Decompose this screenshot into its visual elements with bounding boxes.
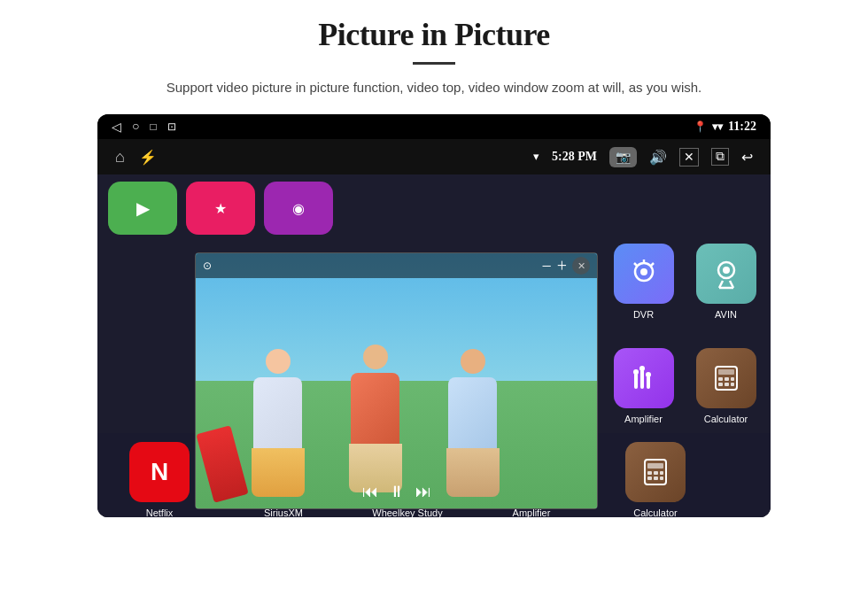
amplifier-icon: [628, 362, 660, 394]
recents-icon[interactable]: □: [150, 120, 156, 134]
avin-icon-bg: [696, 244, 756, 304]
pip-rewind-icon[interactable]: ⏮: [362, 483, 378, 501]
svg-rect-42: [654, 471, 658, 475]
svg-rect-43: [660, 471, 663, 475]
back-icon[interactable]: ◁: [112, 120, 121, 135]
pip-scene: [196, 253, 597, 508]
svg-rect-10: [634, 373, 638, 389]
pip-mode-icon[interactable]: ⧉: [711, 148, 729, 166]
pip-video-overlay[interactable]: ⊙ − + ✕ ⏮ ⏸ ⏭: [195, 252, 598, 509]
dvr-label: DVR: [633, 309, 654, 320]
svg-line-4: [634, 263, 637, 266]
avin-label: AVIN: [715, 309, 737, 320]
close-nav-icon[interactable]: ✕: [679, 148, 699, 167]
nav-home-icon[interactable]: ⌂: [115, 148, 125, 167]
home-icon[interactable]: ○: [132, 120, 139, 134]
green-app-icon[interactable]: ▶: [108, 182, 177, 235]
camera-button[interactable]: 📷: [609, 147, 637, 167]
calculator-bottom-icon-bg: [625, 442, 686, 502]
dvr-icon-bg: [614, 244, 674, 304]
page-title: Picture in Picture: [318, 16, 550, 53]
pip-minus-button[interactable]: −: [541, 256, 551, 276]
wifi-icon: ▾▾: [712, 120, 723, 134]
android-status-bar: ◁ ○ □ ⊡ 📍 ▾▾ 11:22: [97, 114, 771, 139]
calculator-bottom-app[interactable]: Calculator: [593, 438, 717, 517]
amplifier-app[interactable]: Amplifier: [606, 339, 681, 437]
netflix-label: Netflix: [146, 507, 174, 517]
svg-point-13: [633, 369, 639, 375]
main-content: ▶ ★ ◉: [97, 174, 771, 517]
svg-rect-40: [647, 463, 663, 469]
title-divider: [413, 62, 455, 65]
right-app-grid: DVR AVIN: [606, 235, 763, 437]
netflix-icon-bg: N: [129, 442, 190, 502]
person-1: [244, 349, 311, 486]
pip-play-icon[interactable]: ⏸: [389, 483, 405, 501]
purple-app-icon[interactable]: ◉: [264, 182, 333, 235]
nav-back-icon[interactable]: ↩: [741, 149, 753, 166]
svg-rect-44: [647, 476, 652, 480]
svg-rect-12: [647, 376, 650, 389]
device-frame: ◁ ○ □ ⊡ 📍 ▾▾ 11:22 ⌂ ⚡ ▾: [97, 114, 771, 517]
svg-line-3: [651, 263, 654, 266]
person-3: [439, 349, 506, 486]
calculator-label: Calculator: [704, 414, 748, 424]
nav-bar-right: ▾ 5:28 PM 📷 🔊 ✕ ⧉ ↩: [533, 147, 753, 167]
volume-icon[interactable]: 🔊: [649, 149, 667, 166]
calculator-bottom-label: Calculator: [633, 507, 678, 517]
dvr-app[interactable]: DVR: [606, 235, 681, 332]
menu-icon[interactable]: ⊡: [167, 120, 176, 134]
android-nav-bar: ⌂ ⚡ ▾ 5:28 PM 📷 🔊 ✕ ⧉ ↩: [97, 139, 771, 174]
svg-rect-20: [731, 377, 734, 381]
avin-app[interactable]: AVIN: [688, 235, 763, 332]
status-bar-indicators: 📍 ▾▾ 11:22: [694, 120, 756, 134]
nav-usb-icon: ⚡: [139, 149, 157, 166]
svg-point-6: [723, 267, 730, 274]
nav-bar-left: ⌂ ⚡: [115, 148, 157, 167]
svg-rect-41: [647, 471, 652, 475]
svg-rect-46: [660, 476, 663, 480]
svg-rect-18: [718, 377, 723, 381]
calculator-icon-bg: [696, 348, 756, 408]
svg-rect-19: [725, 377, 729, 381]
top-app-row: ▶ ★ ◉: [108, 182, 333, 235]
dvr-icon: [628, 258, 660, 290]
svg-rect-22: [725, 383, 729, 386]
avin-icon: [710, 258, 742, 290]
pip-video-content: ⊙ − + ✕ ⏮ ⏸ ⏭: [196, 253, 597, 508]
nav-wifi-icon: ▾: [533, 150, 539, 164]
pip-close-button[interactable]: ✕: [572, 257, 590, 275]
svg-point-1: [640, 268, 647, 275]
status-bar-nav: ◁ ○ □ ⊡: [112, 120, 176, 135]
calculator-bottom-icon: [639, 455, 672, 489]
svg-rect-17: [718, 369, 734, 375]
pip-record-icon: ⊙: [203, 260, 212, 273]
person-2: [342, 345, 408, 486]
svg-rect-23: [731, 383, 734, 386]
location-icon: 📍: [694, 120, 707, 134]
svg-rect-45: [654, 476, 658, 480]
calculator-icon: [710, 362, 742, 394]
page-wrapper: Picture in Picture Support video picture…: [0, 0, 868, 612]
pip-top-controls: ⊙ − + ✕: [196, 253, 597, 278]
status-time: 11:22: [728, 120, 756, 134]
amplifier-icon-bg: [614, 348, 674, 408]
page-subtitle: Support video picture in picture functio…: [167, 77, 701, 98]
calculator-app[interactable]: Calculator: [688, 339, 763, 437]
pip-plus-button[interactable]: +: [557, 256, 567, 276]
amplifier-label: Amplifier: [624, 414, 663, 424]
pip-forward-icon[interactable]: ⏭: [415, 483, 431, 501]
nav-time: 5:28 PM: [552, 150, 597, 164]
svg-point-14: [639, 366, 645, 371]
svg-rect-11: [640, 369, 644, 389]
svg-point-15: [646, 372, 651, 377]
pip-playback-controls[interactable]: ⏮ ⏸ ⏭: [362, 483, 431, 501]
pink-app-icon[interactable]: ★: [186, 182, 255, 235]
svg-rect-21: [718, 383, 723, 386]
